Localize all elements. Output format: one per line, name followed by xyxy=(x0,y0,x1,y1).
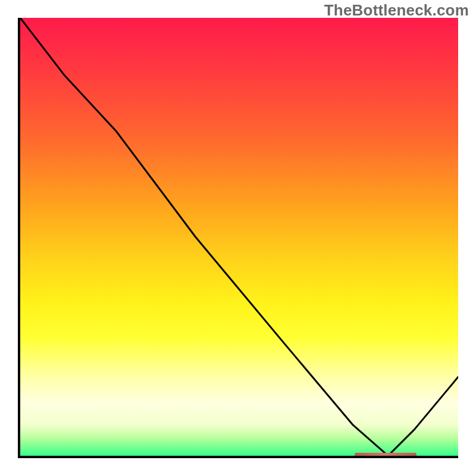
chart-root: TheBottleneck.com xyxy=(0,0,476,476)
curve-path xyxy=(20,18,458,456)
plot-frame xyxy=(18,18,458,458)
optimal-marker xyxy=(355,453,416,456)
plot-inner xyxy=(20,18,458,456)
bottleneck-curve xyxy=(20,18,458,456)
watermark-text: TheBottleneck.com xyxy=(324,1,469,20)
